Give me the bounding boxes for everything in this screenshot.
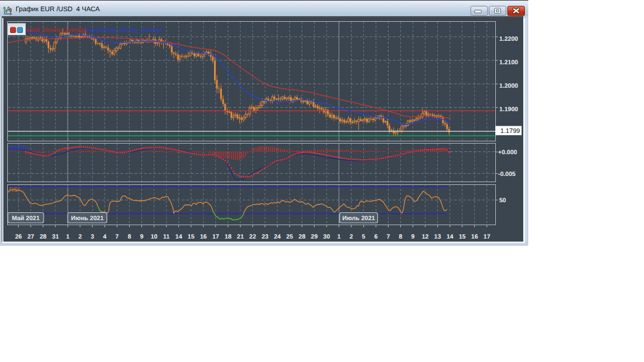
svg-text:1.2200: 1.2200 — [499, 36, 518, 42]
svg-text:27: 27 — [27, 234, 34, 240]
svg-text:16: 16 — [471, 234, 478, 240]
svg-text:50: 50 — [499, 197, 506, 204]
svg-text:17: 17 — [212, 234, 219, 240]
svg-text:Май 2021: Май 2021 — [12, 215, 40, 222]
svg-text:1: 1 — [66, 234, 69, 240]
svg-text:23: 23 — [262, 234, 268, 240]
svg-text:Июль 2021: Июль 2021 — [342, 215, 375, 222]
svg-text:15: 15 — [188, 234, 195, 240]
svg-text:28: 28 — [40, 234, 46, 240]
svg-text:-0.005: -0.005 — [498, 171, 515, 178]
svg-text:1: 1 — [337, 234, 340, 240]
svg-text:Июнь 2021: Июнь 2021 — [71, 215, 103, 222]
svg-text:MACD: MACD — [10, 145, 27, 151]
svg-text:RSI: RSI — [10, 187, 20, 193]
svg-text:8: 8 — [399, 234, 402, 240]
svg-text:1.1799: 1.1799 — [500, 128, 520, 135]
svg-text:9: 9 — [140, 234, 143, 240]
svg-text:14: 14 — [176, 234, 183, 240]
svg-text:12: 12 — [422, 234, 428, 240]
svg-text:9: 9 — [411, 234, 415, 240]
svg-text:24: 24 — [274, 234, 281, 240]
svg-text:2: 2 — [78, 234, 82, 240]
svg-text:Exponential_Moving_Average: Exponential_Moving_Average — [86, 27, 163, 34]
svg-text:17: 17 — [484, 234, 490, 240]
svg-text:1.2000: 1.2000 — [499, 83, 518, 89]
svg-text:14: 14 — [447, 234, 454, 240]
svg-text:1.1900: 1.1900 — [499, 106, 518, 113]
svg-text:3: 3 — [91, 234, 94, 240]
svg-text:5: 5 — [362, 234, 365, 240]
svg-text:2: 2 — [349, 234, 353, 240]
svg-text:16: 16 — [200, 234, 207, 240]
svg-text:4: 4 — [103, 234, 107, 240]
svg-text:25: 25 — [286, 234, 293, 240]
svg-text:8: 8 — [127, 234, 131, 240]
svg-text:22: 22 — [249, 234, 256, 240]
svg-text:7: 7 — [115, 234, 119, 240]
svg-text:6: 6 — [374, 234, 377, 240]
svg-text:15: 15 — [459, 234, 466, 240]
svg-text:+0.000: +0.000 — [498, 149, 517, 156]
svg-text:21: 21 — [237, 234, 244, 240]
svg-text:График EUR /USD 4 ЧАСА: График EUR /USD 4 ЧАСА — [16, 5, 100, 13]
svg-text:11: 11 — [163, 234, 170, 240]
svg-text:28: 28 — [299, 234, 305, 240]
svg-text:30: 30 — [323, 234, 330, 240]
svg-text:7: 7 — [386, 234, 390, 240]
svg-text:26: 26 — [15, 234, 22, 240]
svg-text:18: 18 — [225, 234, 231, 240]
svg-text:13: 13 — [434, 234, 441, 240]
svg-text:1.2100: 1.2100 — [499, 59, 518, 66]
svg-text:31: 31 — [52, 234, 59, 240]
svg-text:29: 29 — [311, 234, 318, 240]
svg-text:10: 10 — [150, 234, 157, 240]
